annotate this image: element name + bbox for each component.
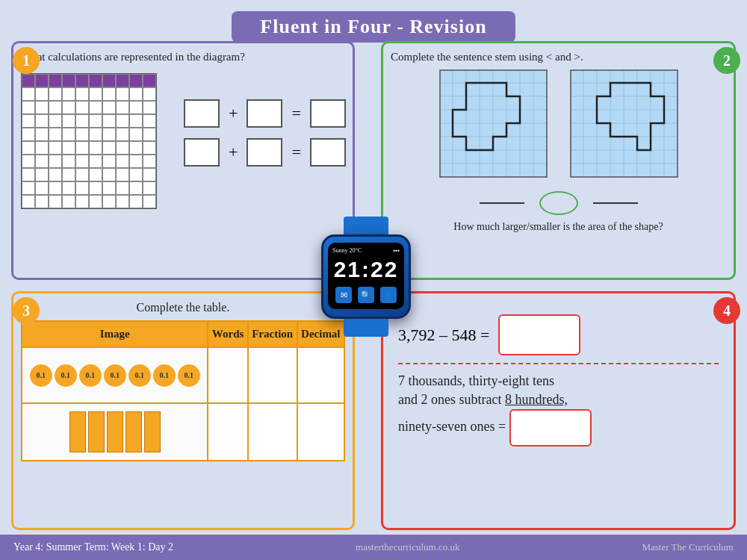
- grid-cell-2-9: [143, 101, 156, 114]
- grid-cell-3-5: [89, 114, 102, 128]
- grid-cell-6-5: [89, 155, 102, 168]
- grid-cell-1-7: [116, 87, 129, 101]
- grid-cell-2-3: [62, 101, 75, 114]
- watch-icon-mail[interactable]: ✉: [335, 287, 352, 303]
- grid-cell-5-2: [49, 141, 62, 155]
- q2-shape-right: [570, 69, 678, 178]
- watch-icons-row: ✉ 🔍 👤: [332, 287, 400, 303]
- circle-01-3: 0.1: [79, 364, 102, 387]
- bar-1: [69, 411, 86, 452]
- grid-cell-3-4: [75, 114, 89, 128]
- q2-subtext: How much larger/smaller is the area of t…: [391, 221, 726, 233]
- q4-answer-box-1[interactable]: [498, 314, 580, 355]
- grid-cell-6-9: [143, 155, 156, 168]
- grid-cell-0-2: [49, 74, 62, 87]
- table-row: [22, 403, 344, 461]
- eq-row-1: + =: [179, 99, 350, 128]
- q4-text-1: 7 thousands, thirty-eight tens: [398, 373, 554, 388]
- grid-cell-5-9: [143, 141, 156, 155]
- grid-cell-0-8: [129, 74, 143, 87]
- grid-cell-9-2: [49, 195, 62, 208]
- q3-title: Complete the table.: [21, 301, 345, 314]
- q4-word-problem: 7 thousands, thirty-eight tens and 2 one…: [398, 372, 719, 447]
- watch-strap-bottom: [344, 319, 388, 337]
- grid-cell-7-7: [116, 168, 129, 181]
- eq-box-a2[interactable]: [184, 138, 220, 167]
- grid-cell-4-3: [62, 128, 75, 141]
- grid-cell-8-5: [89, 181, 102, 195]
- grid-cell-0-9: [143, 74, 156, 87]
- q4-text-3-underline: 8 hundreds,: [505, 392, 568, 407]
- grid-cell-8-4: [75, 181, 89, 195]
- grid-cell-4-6: [102, 128, 116, 141]
- grid-cell-5-0: [22, 141, 35, 155]
- col-words: Words: [208, 321, 247, 347]
- grid-cell-3-7: [116, 114, 129, 128]
- cell-decimal-1[interactable]: [297, 347, 344, 403]
- cell-image-2: [22, 403, 208, 461]
- grid-cell-9-0: [22, 195, 35, 208]
- grid-cell-5-7: [116, 141, 129, 155]
- q4-text-4: ninety-seven ones =: [398, 420, 506, 435]
- grid-cell-2-7: [116, 101, 129, 114]
- grid-cell-7-6: [102, 168, 116, 181]
- grid-cell-7-8: [129, 168, 143, 181]
- grid-cell-5-8: [129, 141, 143, 155]
- bar-2: [88, 411, 105, 452]
- watch-screen: Sunny 20°C ▪▪▪ 21:22 ✉ 🔍 👤: [328, 243, 404, 309]
- grid-cell-1-5: [89, 87, 102, 101]
- circles-group: 0.1 0.1 0.1 0.1 0.1 0.1 0.1: [25, 361, 204, 390]
- grid-cell-8-2: [49, 181, 62, 195]
- grid-cell-2-8: [129, 101, 143, 114]
- bottom-brand: Master The Curriculum: [642, 541, 734, 553]
- grid-cell-9-4: [75, 195, 89, 208]
- cell-decimal-2[interactable]: [297, 403, 344, 461]
- grid-cell-9-9: [143, 195, 156, 208]
- badge-1: 1: [13, 47, 40, 74]
- grid-cell-0-0: [22, 74, 35, 87]
- grid-cell-2-4: [75, 101, 89, 114]
- q3-table-wrapper: Image Words Fraction Decimal 0.1 0.1 0.1…: [21, 320, 345, 461]
- col-fraction: Fraction: [248, 321, 297, 347]
- page-title: Fluent in Four - Revision: [244, 16, 503, 38]
- grid-cell-7-3: [62, 168, 75, 181]
- watch-icon-person[interactable]: 👤: [380, 287, 397, 303]
- q4-text-2: and 2 ones subtract: [398, 392, 501, 407]
- grid-cell-6-0: [22, 155, 35, 168]
- grid-cell-1-8: [129, 87, 143, 101]
- cell-fraction-2[interactable]: [248, 403, 297, 461]
- grid-cell-3-9: [143, 114, 156, 128]
- watch-strap-top: [344, 217, 388, 234]
- compare-oval[interactable]: [539, 191, 578, 215]
- eq-box-c2[interactable]: [310, 138, 346, 167]
- grid-cell-6-6: [102, 155, 116, 168]
- grid-cell-6-4: [75, 155, 89, 168]
- watch-body: Sunny 20°C ▪▪▪ 21:22 ✉ 🔍 👤: [321, 234, 411, 319]
- bars-group: [25, 408, 204, 455]
- watch-signal: ▪▪▪: [393, 247, 400, 254]
- watch-icon-search[interactable]: 🔍: [358, 287, 374, 303]
- eq-box-c1[interactable]: [310, 99, 346, 128]
- grid-cell-2-5: [89, 101, 102, 114]
- compare-row: [391, 191, 726, 215]
- cell-words-2[interactable]: [208, 403, 247, 461]
- grid-cell-2-6: [102, 101, 116, 114]
- q2-shape-left: [439, 69, 548, 178]
- circle-01-2: 0.1: [55, 364, 77, 387]
- grid-cell-4-8: [129, 128, 143, 141]
- grid-cell-0-6: [102, 74, 116, 87]
- quadrant-1: What calculations are represented in the…: [11, 41, 355, 280]
- eq-box-b1[interactable]: [247, 99, 282, 128]
- cell-fraction-1[interactable]: [248, 347, 297, 403]
- grid-cell-5-1: [35, 141, 49, 155]
- q4-answer-box-2[interactable]: [509, 409, 592, 447]
- grid-cell-9-7: [116, 195, 129, 208]
- grid-cell-7-4: [75, 168, 89, 181]
- grid-cell-1-2: [49, 87, 62, 101]
- cell-words-1[interactable]: [208, 347, 247, 403]
- grid-cell-9-3: [62, 195, 75, 208]
- eq-box-b2[interactable]: [247, 138, 282, 167]
- eq-box-a1[interactable]: [184, 99, 220, 128]
- quadrant-4: 3,792 – 548 = 7 thousands, thirty-eight …: [381, 291, 736, 530]
- grid-cell-1-1: [35, 87, 49, 101]
